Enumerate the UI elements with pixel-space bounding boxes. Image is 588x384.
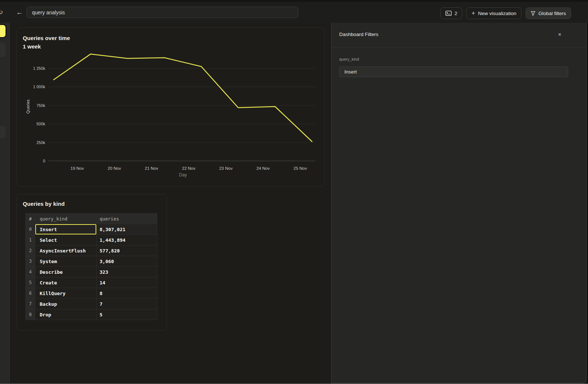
back-button[interactable]: ← [15,7,24,18]
query-kind-cell[interactable]: Drop [35,309,97,320]
queries-over-time-card: Queries over time 1 week 0250k500k750k1 … [17,28,325,187]
divider [331,47,586,47]
table-row: 0Insert8,307,021 [26,224,157,235]
query-kind-cell[interactable]: AsyncInsertFlush [35,245,97,256]
query-kind-cell[interactable]: Backup [35,299,97,309]
topbar: ↻ ← 2 + New visualization Global fi [0,2,588,23]
new-visualization-button[interactable]: + New visualization [466,7,521,19]
row-index-cell[interactable]: 7 [26,299,35,309]
left-sidebar-strip [0,23,10,383]
query-kind-cell[interactable]: KillQuery [35,288,97,299]
table-row: 4Describe323 [26,267,157,277]
y-axis-tick-label: 1 000k [33,85,46,89]
table-row: 5Create14 [26,277,157,288]
table-row: 6KillQuery8 [26,288,157,299]
sidebar-item-selected[interactable] [0,25,6,37]
x-axis-tick-label: 24 Nov [257,166,270,171]
row-index-cell[interactable]: 5 [26,277,35,288]
queries-count-cell[interactable]: 7 [97,299,157,309]
x-axis-title: Day [179,172,187,177]
dashboard-filters-panel: Dashboard Filters ✕ query_kind [331,23,587,383]
global-filters-button[interactable]: Global filters [526,7,571,19]
query-kind-filter-input[interactable] [339,67,568,77]
query-kind-cell[interactable]: Insert [35,224,97,235]
filter-field-label: query_kind [339,57,359,61]
dashboard-title-input[interactable] [26,7,298,18]
query-kind-cell[interactable]: Select [35,235,97,245]
x-axis-tick-label: 21 Nov [145,166,158,171]
filters-panel-title: Dashboard Filters [339,32,379,37]
x-axis-tick-label: 22 Nov [182,166,196,171]
sidebar-item[interactable] [0,42,6,57]
queries-count-cell[interactable]: 14 [97,277,157,288]
y-axis-title: Queries [26,99,30,114]
query-kind-cell[interactable]: Create [35,277,97,288]
filters-panel-header: Dashboard Filters ✕ [331,23,586,47]
table-row: 1Select1,443,894 [26,235,157,245]
x-axis-tick-label: 25 Nov [294,166,307,171]
queries-count-cell[interactable]: 577,820 [97,245,157,256]
plus-icon: + [472,10,475,17]
table-row: 3System3,060 [26,256,157,267]
row-index-cell[interactable]: 3 [26,256,35,267]
y-axis-tick-label: 1 250k [33,66,46,71]
column-header-queries[interactable]: queries [97,213,157,224]
global-filters-label: Global filters [538,11,566,16]
row-index-cell[interactable]: 2 [26,245,35,256]
row-index-cell[interactable]: 1 [26,235,35,245]
queries-by-kind-card: Queries by kind # query_kind queries 0In… [17,194,167,330]
table-title: Queries by kind [23,201,65,207]
tab-count-label: 2 [455,11,458,16]
row-index-cell[interactable]: 4 [26,267,35,277]
queries-table: # query_kind queries 0Insert8,307,0211Se… [25,213,157,320]
queries-count-cell[interactable]: 1,443,894 [97,235,157,245]
close-icon[interactable]: ✕ [556,31,563,38]
row-index-cell[interactable]: 0 [26,224,35,235]
topbar-actions: 2 + New visualization Global filters [440,7,571,19]
y-axis-tick-label: 500k [36,122,45,126]
x-axis-tick-label: 23 Nov [219,166,233,171]
x-axis-tick-label: 20 Nov [108,166,121,171]
queries-table-header: # query_kind queries [26,213,157,224]
queries-line-series[interactable] [54,54,312,141]
queries-count-cell[interactable]: 3,060 [97,256,157,267]
dashboard-canvas: Queries over time 1 week 0250k500k750k1 … [10,23,331,383]
queries-count-cell[interactable]: 8,307,021 [97,224,157,235]
table-row: 2AsyncInsertFlush577,820 [26,245,157,256]
x-axis-tick-label: 19 Nov [71,166,84,171]
queries-count-cell[interactable]: 5 [97,309,157,320]
queries-count-cell[interactable]: 323 [97,267,157,277]
query-kind-cell[interactable]: System [35,256,97,267]
sql-console-icon [445,11,452,16]
table-row: 7Backup7 [26,299,157,309]
sidebar-item[interactable] [0,126,6,138]
query-kind-cell[interactable]: Describe [35,267,97,277]
column-header-index[interactable]: # [26,213,35,224]
queries-table-body: 0Insert8,307,0211Select1,443,8942AsyncIn… [26,224,157,320]
queries-count-cell[interactable]: 8 [97,288,157,299]
history-icon[interactable]: ↻ [0,9,5,15]
sql-console-tabs-button[interactable]: 2 [440,7,463,19]
y-axis-tick-label: 250k [36,140,45,145]
funnel-icon [531,11,535,16]
column-header-query-kind[interactable]: query_kind [35,213,97,224]
row-index-cell[interactable]: 6 [26,288,35,299]
queries-line-chart[interactable]: 0250k500k750k1 000k1 250kQueries19 Nov20… [17,28,325,187]
new-visualization-label: New visualization [478,11,516,16]
row-index-cell[interactable]: 8 [26,309,35,320]
y-axis-tick-label: 0 [43,159,45,163]
y-axis-tick-label: 750k [36,103,45,108]
table-row: 8Drop5 [26,309,157,320]
